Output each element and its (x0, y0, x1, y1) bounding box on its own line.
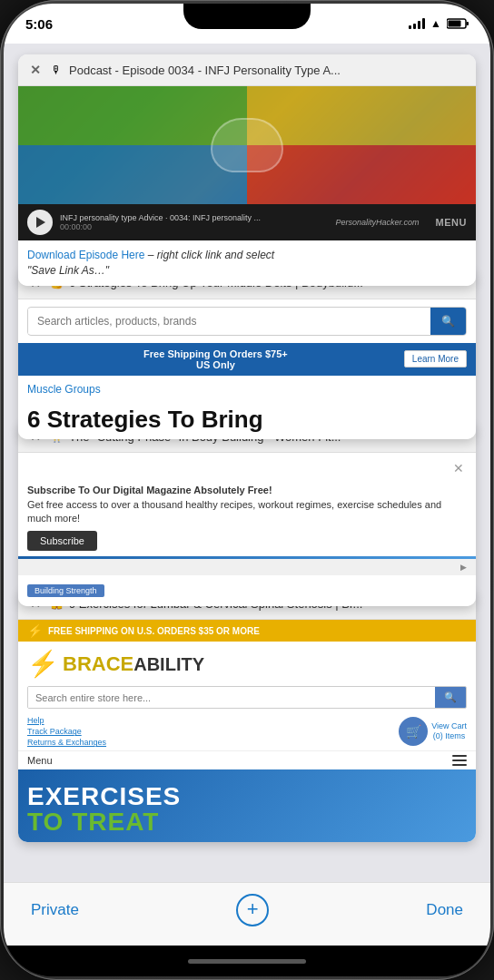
tab-title-1: Podcast - Episode 0034 - INFJ Personalit… (69, 64, 467, 77)
bb-heading: 6 Strategies To Bring (18, 403, 476, 440)
podcast-info: INFJ personality type Advice · 0034: INF… (60, 213, 326, 231)
brace-logo-icon: ⚡ (27, 649, 59, 679)
building-strength-tag[interactable]: Building Strength (27, 584, 104, 597)
bodybuilding-search-input[interactable] (28, 309, 430, 334)
brace-menu-text[interactable]: Menu (27, 755, 53, 766)
brace-nav-links: Help Track Package Returns & Exchanges (27, 716, 106, 747)
search-bar: 🔍 (27, 307, 467, 336)
wifi-icon: ▲ (430, 17, 441, 30)
private-button[interactable]: Private (31, 901, 79, 919)
brace-logo: BRACEABILITY (63, 652, 204, 676)
brace-brand-part2: ABILITY (133, 654, 204, 674)
notch (183, 4, 311, 29)
brace-help-link[interactable]: Help (27, 716, 106, 725)
cart-text: View Cart (0) Items (431, 721, 467, 742)
ad-indicator: ▶ (18, 559, 476, 575)
brace-returns-link[interactable]: Returns & Exchanges (27, 738, 106, 747)
podcast-menu[interactable]: MENU (436, 217, 467, 228)
subscribe-header-row: ✕ (18, 453, 476, 484)
add-tab-icon: + (247, 899, 259, 919)
home-bar[interactable] (188, 959, 306, 964)
status-icons: ▲ (409, 17, 469, 30)
bottom-toolbar: Private + Done (4, 882, 490, 946)
podcast-site: PersonalityHacker.com (333, 216, 420, 229)
svg-rect-1 (467, 22, 469, 25)
bodybuilding-content: 🔍 Free Shipping On Orders $75+ US Only L… (18, 299, 476, 440)
phone-frame: 5:06 ▲ (0, 0, 494, 980)
muscle-groups-link[interactable]: Muscle Groups (18, 376, 476, 403)
svg-rect-2 (449, 21, 461, 27)
play-icon (36, 217, 45, 228)
tab-card-bodybuilding[interactable]: ✕ 💪 6 Strategies To Bring Up Your Middle… (18, 268, 476, 440)
status-time: 5:06 (25, 16, 53, 32)
subscribe-header: Subscribe To Our Digital Magazine Absolu… (27, 485, 272, 495)
search-icon: 🔍 (441, 315, 455, 328)
play-button[interactable] (27, 210, 53, 235)
podcast-content: INFJ personality type Advice · 0034: INF… (18, 86, 476, 286)
brace-search-input[interactable] (28, 687, 435, 708)
brace-menu-bar: Menu (18, 750, 476, 769)
cart-icon: 🛒 (399, 717, 428, 746)
subscribe-close-button[interactable]: ✕ (450, 460, 467, 476)
subscribe-body: Get free access to over a thousand healt… (27, 499, 441, 524)
search-bar-wrap: 🔍 (18, 299, 476, 343)
shipping-text: Free Shipping On Orders $75+ US Only (27, 348, 404, 370)
brace-cart-area[interactable]: 🛒 View Cart (0) Items (399, 717, 467, 746)
brace-search-icon: 🔍 (444, 691, 457, 703)
subscribe-text: Subscribe To Our Digital Magazine Absolu… (18, 484, 476, 525)
podcast-download: Download Episode Here – right click link… (18, 240, 476, 286)
battery-icon (447, 18, 469, 29)
add-tab-button[interactable]: + (236, 894, 269, 926)
learn-more-button[interactable]: Learn More (404, 350, 467, 368)
download-suffix: – right click link and select (144, 249, 274, 261)
tab-card-podcast[interactable]: ✕ 🎙 Podcast - Episode 0034 - INFJ Person… (18, 54, 476, 286)
subscribe-button[interactable]: Subscribe (27, 531, 97, 551)
tab-close-1[interactable]: ✕ (27, 62, 44, 78)
bodybuilding-search-button[interactable]: 🔍 (430, 308, 466, 335)
brace-free-shipping-banner: ⚡ FREE SHIPPING ON U.S. ORDERS $35 OR MO… (18, 620, 476, 642)
tab-card-brace[interactable]: ✕ 🦺 9 Exercises for Lumbar & Cervical Sp… (18, 588, 476, 842)
hamburger-icon[interactable] (452, 755, 467, 766)
brace-nav: Help Track Package Returns & Exchanges 🛒… (18, 712, 476, 750)
brace-search-button[interactable]: 🔍 (435, 687, 466, 708)
tab-header-1: ✕ 🎙 Podcast - Episode 0034 - INFJ Person… (18, 54, 476, 86)
tabs-container: ✕ 🎙 Podcast - Episode 0034 - INFJ Person… (4, 44, 490, 882)
brace-brand-part1: BRACE (63, 652, 133, 675)
done-button[interactable]: Done (426, 901, 463, 919)
podcast-track: INFJ personality type Advice · 0034: INF… (60, 213, 326, 222)
brace-content: ⚡ FREE SHIPPING ON U.S. ORDERS $35 OR MO… (18, 620, 476, 842)
home-indicator (4, 946, 490, 976)
download-link[interactable]: Download Episode Here (27, 249, 144, 261)
podcast-player: INFJ personality type Advice · 0034: INF… (18, 204, 476, 240)
brace-track-link[interactable]: Track Package (27, 727, 106, 736)
download-quote: "Save Link As…" (27, 264, 109, 277)
content-area: ✕ 🎙 Podcast - Episode 0034 - INFJ Person… (4, 44, 490, 882)
podcast-image (18, 86, 476, 204)
brace-logo-area: ⚡ BRACEABILITY (18, 642, 476, 682)
brace-search-bar: 🔍 (27, 686, 467, 709)
brace-hero: EXERCISES TO TREAT (18, 769, 476, 842)
brace-hero-text1: EXERCISES (27, 784, 467, 809)
tab-card-cutting[interactable]: ✕ 🏋 The "Cutting Phase" In Body Building… (18, 421, 476, 606)
free-shipping-banner: Free Shipping On Orders $75+ US Only Lea… (18, 343, 476, 376)
podcast-time: 00:00:00 (60, 222, 326, 231)
cutting-content: ✕ Subscribe To Our Digital Magazine Abso… (18, 453, 476, 606)
signal-icon (409, 18, 425, 29)
phone-screen: 5:06 ▲ (4, 4, 490, 976)
brace-shipping-text: FREE SHIPPING ON U.S. ORDERS $35 OR MORE (48, 626, 260, 636)
brace-hero-text2: TO TREAT (27, 809, 467, 835)
tab-favicon-1: 🎙 (49, 63, 64, 77)
brain-overlay (211, 118, 283, 172)
